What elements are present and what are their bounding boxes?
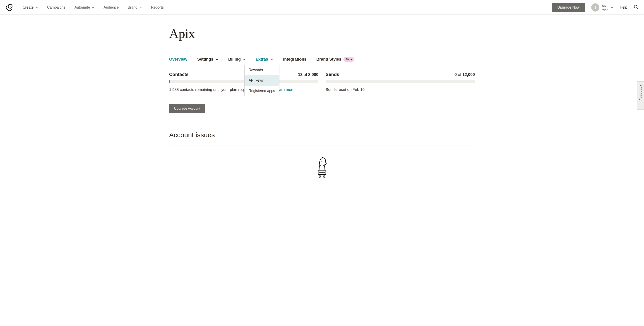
illustration-person-icon <box>313 155 331 184</box>
nav-automate[interactable]: Automate <box>74 5 94 9</box>
user-menu[interactable]: I igor apix <box>591 3 614 11</box>
feedback-label: Feedback <box>638 85 642 101</box>
chevron-down-icon <box>216 58 218 61</box>
arrow-icon: → <box>639 103 642 107</box>
contacts-current: 12 <box>298 72 302 77</box>
tab-integrations-label: Integrations <box>283 57 306 62</box>
contacts-label: Contacts <box>169 72 189 77</box>
svg-point-2 <box>634 5 637 8</box>
nav-help[interactable]: Help <box>620 5 627 9</box>
nav-brand[interactable]: Brand <box>128 5 142 9</box>
contacts-of: of <box>304 72 307 77</box>
search-icon[interactable] <box>634 4 638 10</box>
chevron-down-icon <box>611 6 614 9</box>
tab-brand-styles[interactable]: Brand Styles Beta <box>316 57 354 65</box>
svg-point-0 <box>8 4 12 8</box>
chevron-down-icon <box>92 6 94 9</box>
tab-overview-label: Overview <box>169 57 187 62</box>
feedback-tab[interactable]: → Feedback <box>637 81 644 110</box>
account-issues-title: Account issues <box>169 131 475 139</box>
sends-of: of <box>458 72 461 77</box>
nav-create-label: Create <box>23 5 34 9</box>
sends-stat: Sends 0 of 12,000 Sends reset on Feb 10 <box>326 72 475 92</box>
user-line1: igor <box>602 3 608 7</box>
main: Apix Overview Settings Billing Extras In… <box>169 15 475 186</box>
contacts-max: 2,000 <box>308 72 318 77</box>
tab-overview[interactable]: Overview <box>169 57 187 65</box>
chevron-down-icon <box>35 6 38 9</box>
contacts-note: 1,988 contacts remaining until your plan… <box>169 88 318 92</box>
nav-reports[interactable]: Reports <box>151 5 164 9</box>
chevron-down-icon <box>270 58 273 61</box>
chevron-down-icon <box>139 6 142 9</box>
logo[interactable] <box>4 3 14 12</box>
nav-audience[interactable]: Audience <box>104 5 119 9</box>
contacts-stat: Contacts 12 of 2,000 1,988 contacts rema… <box>169 72 318 92</box>
nav-links: Create Campaigns Automate Audience Brand… <box>23 5 164 9</box>
contacts-head: Contacts 12 of 2,000 <box>169 72 318 77</box>
sends-value: 0 of 12,000 <box>454 72 475 77</box>
user-line2: apix <box>602 7 608 11</box>
page-title: Apix <box>169 26 475 41</box>
upgrade-account-button[interactable]: Upgrade Account <box>169 104 205 113</box>
sends-max: 12,000 <box>462 72 475 77</box>
nav-right: Upgrade Now I igor apix Help <box>552 3 644 12</box>
mailchimp-logo-icon <box>4 3 14 12</box>
svg-line-3 <box>637 7 638 9</box>
nav-automate-label: Automate <box>74 5 90 9</box>
tab-billing[interactable]: Billing <box>228 57 246 65</box>
tab-integrations[interactable]: Integrations <box>283 57 306 65</box>
contacts-progress <box>169 80 318 83</box>
extras-rewards[interactable]: Rewards <box>244 65 279 75</box>
nav-brand-label: Brand <box>128 5 138 9</box>
user-text: igor apix <box>602 3 608 11</box>
beta-badge: Beta <box>344 57 354 62</box>
tab-settings[interactable]: Settings <box>197 57 218 65</box>
extras-api-keys[interactable]: API keys <box>244 75 279 86</box>
svg-point-4 <box>321 161 322 162</box>
extras-registered-apps[interactable]: Registered apps <box>244 86 279 96</box>
sends-reset-text: Sends reset on Feb 10 <box>326 88 364 92</box>
sends-current: 0 <box>454 72 457 77</box>
nav-campaigns-label: Campaigns <box>47 5 66 9</box>
nav-create[interactable]: Create <box>23 5 38 9</box>
contacts-progress-fill <box>169 80 170 83</box>
upgrade-now-button[interactable]: Upgrade Now <box>552 3 585 12</box>
account-issues-box <box>169 146 475 186</box>
tab-brand-styles-label: Brand Styles <box>316 57 341 62</box>
sends-progress <box>326 80 475 83</box>
avatar: I <box>591 3 600 11</box>
tab-extras-label: Extras <box>256 57 268 62</box>
contacts-value: 12 of 2,000 <box>298 72 318 77</box>
tab-settings-label: Settings <box>197 57 213 62</box>
chevron-down-icon <box>243 58 246 61</box>
nav-reports-label: Reports <box>151 5 164 9</box>
extras-dropdown: Rewards API keys Registered apps <box>244 65 280 96</box>
account-tabs: Overview Settings Billing Extras Integra… <box>169 57 475 65</box>
nav-audience-label: Audience <box>104 5 119 9</box>
sends-head: Sends 0 of 12,000 <box>326 72 475 77</box>
top-nav: Create Campaigns Automate Audience Brand… <box>0 0 644 15</box>
sends-label: Sends <box>326 72 339 77</box>
nav-campaigns[interactable]: Campaigns <box>47 5 66 9</box>
svg-point-1 <box>10 5 11 6</box>
stats-row: Contacts 12 of 2,000 1,988 contacts rema… <box>169 72 475 92</box>
tab-extras[interactable]: Extras <box>256 57 273 65</box>
tab-billing-label: Billing <box>228 57 241 62</box>
sends-note: Sends reset on Feb 10 <box>326 88 475 92</box>
